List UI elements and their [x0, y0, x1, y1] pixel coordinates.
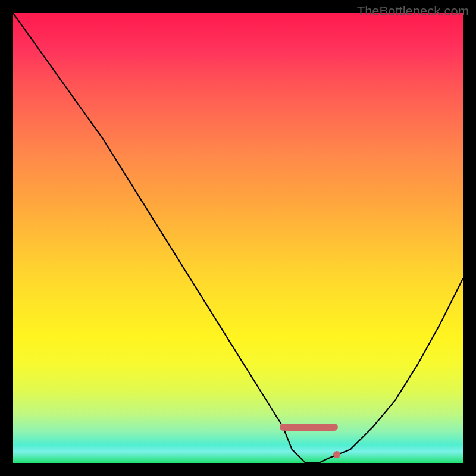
- highlight-band: [282, 424, 339, 431]
- bottleneck-curve: [13, 13, 463, 463]
- watermark-text: TheBottleneck.com: [357, 4, 469, 19]
- chart-plot-area: [13, 13, 463, 463]
- highlight-dot-left: [280, 424, 287, 431]
